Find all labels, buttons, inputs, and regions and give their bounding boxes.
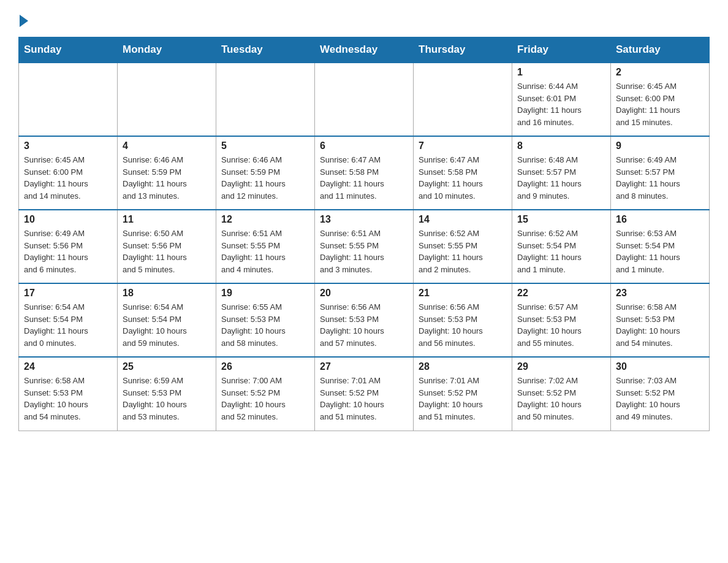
day-number: 28 — [419, 361, 507, 372]
day-number: 22 — [517, 288, 605, 299]
day-info: Sunrise: 6:55 AM Sunset: 5:53 PM Dayligh… — [221, 301, 309, 349]
day-number: 18 — [123, 288, 211, 299]
day-number: 17 — [24, 288, 112, 299]
day-number: 1 — [517, 67, 605, 78]
calendar-cell: 30Sunrise: 7:03 AM Sunset: 5:52 PM Dayli… — [611, 357, 710, 431]
calendar-week-row-2: 3Sunrise: 6:45 AM Sunset: 6:00 PM Daylig… — [19, 136, 710, 210]
calendar-week-row-4: 17Sunrise: 6:54 AM Sunset: 5:54 PM Dayli… — [19, 283, 710, 357]
day-info: Sunrise: 6:59 AM Sunset: 5:53 PM Dayligh… — [123, 375, 211, 423]
calendar-cell: 18Sunrise: 6:54 AM Sunset: 5:54 PM Dayli… — [118, 283, 216, 357]
day-info: Sunrise: 6:47 AM Sunset: 5:58 PM Dayligh… — [419, 154, 507, 202]
day-info: Sunrise: 6:56 AM Sunset: 5:53 PM Dayligh… — [320, 301, 408, 349]
day-info: Sunrise: 6:49 AM Sunset: 5:57 PM Dayligh… — [616, 154, 704, 202]
day-info: Sunrise: 6:58 AM Sunset: 5:53 PM Dayligh… — [24, 375, 112, 423]
day-info: Sunrise: 7:01 AM Sunset: 5:52 PM Dayligh… — [320, 375, 408, 423]
calendar-cell: 20Sunrise: 6:56 AM Sunset: 5:53 PM Dayli… — [315, 283, 414, 357]
calendar-cell: 21Sunrise: 6:56 AM Sunset: 5:53 PM Dayli… — [414, 283, 512, 357]
calendar-cell: 13Sunrise: 6:51 AM Sunset: 5:55 PM Dayli… — [315, 210, 414, 283]
calendar-cell: 28Sunrise: 7:01 AM Sunset: 5:52 PM Dayli… — [414, 357, 512, 431]
day-number: 15 — [517, 214, 605, 225]
calendar-cell: 25Sunrise: 6:59 AM Sunset: 5:53 PM Dayli… — [118, 357, 216, 431]
day-number: 2 — [616, 67, 704, 78]
page-header — [18, 12, 710, 25]
calendar-cell: 27Sunrise: 7:01 AM Sunset: 5:52 PM Dayli… — [315, 357, 414, 431]
day-number: 16 — [616, 214, 704, 225]
day-info: Sunrise: 6:50 AM Sunset: 5:56 PM Dayligh… — [123, 228, 211, 275]
day-number: 24 — [24, 361, 112, 372]
calendar-cell: 7Sunrise: 6:47 AM Sunset: 5:58 PM Daylig… — [414, 136, 512, 210]
day-number: 11 — [123, 214, 211, 225]
day-number: 27 — [320, 361, 408, 372]
day-info: Sunrise: 6:46 AM Sunset: 5:59 PM Dayligh… — [123, 154, 211, 202]
day-number: 19 — [221, 288, 309, 299]
calendar-cell — [216, 63, 315, 136]
calendar-week-row-5: 24Sunrise: 6:58 AM Sunset: 5:53 PM Dayli… — [19, 357, 710, 431]
day-info: Sunrise: 6:58 AM Sunset: 5:53 PM Dayligh… — [616, 301, 704, 349]
calendar-cell: 10Sunrise: 6:49 AM Sunset: 5:56 PM Dayli… — [19, 210, 118, 283]
day-number: 9 — [616, 140, 704, 151]
calendar-cell: 26Sunrise: 7:00 AM Sunset: 5:52 PM Dayli… — [216, 357, 315, 431]
day-number: 23 — [616, 288, 704, 299]
logo — [18, 12, 28, 25]
weekday-header-sunday: Sunday — [19, 37, 118, 63]
calendar-cell: 3Sunrise: 6:45 AM Sunset: 6:00 PM Daylig… — [19, 136, 118, 210]
day-number: 5 — [221, 140, 309, 151]
day-number: 21 — [419, 288, 507, 299]
calendar-cell: 1Sunrise: 6:44 AM Sunset: 6:01 PM Daylig… — [512, 63, 611, 136]
day-number: 14 — [419, 214, 507, 225]
calendar-cell — [118, 63, 216, 136]
day-number: 26 — [221, 361, 309, 372]
calendar-cell — [315, 63, 414, 136]
day-number: 6 — [320, 140, 408, 151]
weekday-header-friday: Friday — [512, 37, 611, 63]
day-info: Sunrise: 6:44 AM Sunset: 6:01 PM Dayligh… — [517, 80, 605, 128]
day-number: 4 — [123, 140, 211, 151]
day-info: Sunrise: 6:51 AM Sunset: 5:55 PM Dayligh… — [320, 228, 408, 275]
day-number: 8 — [517, 140, 605, 151]
day-info: Sunrise: 7:00 AM Sunset: 5:52 PM Dayligh… — [221, 375, 309, 423]
calendar-cell: 14Sunrise: 6:52 AM Sunset: 5:55 PM Dayli… — [414, 210, 512, 283]
weekday-header-saturday: Saturday — [611, 37, 710, 63]
day-info: Sunrise: 6:57 AM Sunset: 5:53 PM Dayligh… — [517, 301, 605, 349]
calendar-week-row-1: 1Sunrise: 6:44 AM Sunset: 6:01 PM Daylig… — [19, 63, 710, 136]
day-info: Sunrise: 6:52 AM Sunset: 5:55 PM Dayligh… — [419, 228, 507, 275]
calendar-cell: 22Sunrise: 6:57 AM Sunset: 5:53 PM Dayli… — [512, 283, 611, 357]
day-info: Sunrise: 6:49 AM Sunset: 5:56 PM Dayligh… — [24, 228, 112, 275]
calendar-table: SundayMondayTuesdayWednesdayThursdayFrid… — [18, 37, 710, 431]
calendar-cell: 15Sunrise: 6:52 AM Sunset: 5:54 PM Dayli… — [512, 210, 611, 283]
calendar-cell: 6Sunrise: 6:47 AM Sunset: 5:58 PM Daylig… — [315, 136, 414, 210]
day-number: 29 — [517, 361, 605, 372]
weekday-header-tuesday: Tuesday — [216, 37, 315, 63]
day-info: Sunrise: 7:02 AM Sunset: 5:52 PM Dayligh… — [517, 375, 605, 423]
weekday-header-thursday: Thursday — [414, 37, 512, 63]
logo-arrow-icon — [20, 15, 28, 27]
day-number: 12 — [221, 214, 309, 225]
calendar-cell — [414, 63, 512, 136]
calendar-cell: 2Sunrise: 6:45 AM Sunset: 6:00 PM Daylig… — [611, 63, 710, 136]
day-info: Sunrise: 6:54 AM Sunset: 5:54 PM Dayligh… — [24, 301, 112, 349]
calendar-cell: 9Sunrise: 6:49 AM Sunset: 5:57 PM Daylig… — [611, 136, 710, 210]
day-info: Sunrise: 6:45 AM Sunset: 6:00 PM Dayligh… — [616, 80, 704, 128]
day-info: Sunrise: 6:45 AM Sunset: 6:00 PM Dayligh… — [24, 154, 112, 202]
day-number: 25 — [123, 361, 211, 372]
day-info: Sunrise: 6:51 AM Sunset: 5:55 PM Dayligh… — [221, 228, 309, 275]
calendar-cell: 12Sunrise: 6:51 AM Sunset: 5:55 PM Dayli… — [216, 210, 315, 283]
day-info: Sunrise: 6:47 AM Sunset: 5:58 PM Dayligh… — [320, 154, 408, 202]
weekday-header-row: SundayMondayTuesdayWednesdayThursdayFrid… — [19, 37, 710, 63]
weekday-header-wednesday: Wednesday — [315, 37, 414, 63]
day-info: Sunrise: 6:46 AM Sunset: 5:59 PM Dayligh… — [221, 154, 309, 202]
day-info: Sunrise: 6:52 AM Sunset: 5:54 PM Dayligh… — [517, 228, 605, 275]
day-number: 10 — [24, 214, 112, 225]
calendar-cell: 24Sunrise: 6:58 AM Sunset: 5:53 PM Dayli… — [19, 357, 118, 431]
day-info: Sunrise: 6:56 AM Sunset: 5:53 PM Dayligh… — [419, 301, 507, 349]
calendar-cell: 23Sunrise: 6:58 AM Sunset: 5:53 PM Dayli… — [611, 283, 710, 357]
calendar-cell: 8Sunrise: 6:48 AM Sunset: 5:57 PM Daylig… — [512, 136, 611, 210]
day-info: Sunrise: 6:48 AM Sunset: 5:57 PM Dayligh… — [517, 154, 605, 202]
day-info: Sunrise: 6:54 AM Sunset: 5:54 PM Dayligh… — [123, 301, 211, 349]
weekday-header-monday: Monday — [118, 37, 216, 63]
calendar-cell: 4Sunrise: 6:46 AM Sunset: 5:59 PM Daylig… — [118, 136, 216, 210]
day-number: 7 — [419, 140, 507, 151]
day-info: Sunrise: 7:03 AM Sunset: 5:52 PM Dayligh… — [616, 375, 704, 423]
day-number: 3 — [24, 140, 112, 151]
calendar-cell: 11Sunrise: 6:50 AM Sunset: 5:56 PM Dayli… — [118, 210, 216, 283]
